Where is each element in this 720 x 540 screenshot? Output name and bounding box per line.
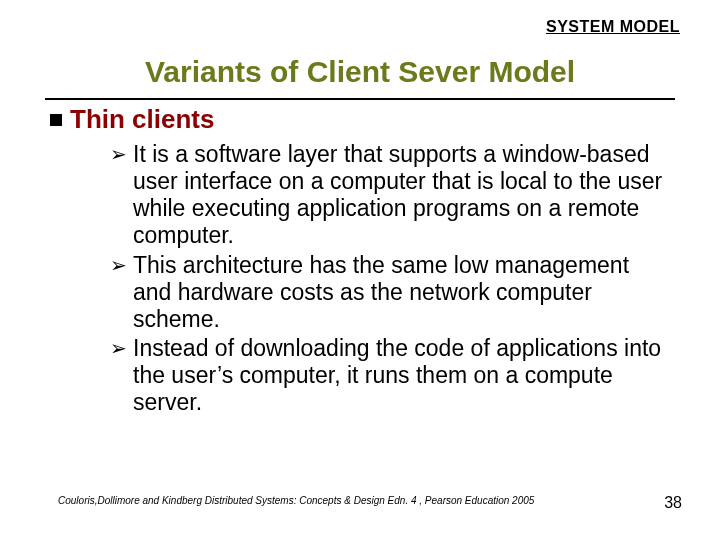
list-item: ➢ Instead of downloading the code of app…: [110, 335, 670, 416]
bullet-list: ➢ It is a software layer that supports a…: [110, 141, 670, 416]
square-bullet-icon: [50, 114, 62, 126]
bullet-text: It is a software layer that supports a w…: [133, 141, 670, 250]
page-number: 38: [664, 494, 682, 512]
title-rule: [45, 98, 675, 100]
arrow-icon: ➢: [110, 335, 127, 361]
bullet-text: Instead of downloading the code of appli…: [133, 335, 670, 416]
section-heading-text: Thin clients: [70, 104, 214, 135]
footer-citation: Couloris,Dollimore and Kindberg Distribu…: [58, 495, 534, 506]
list-item: ➢ It is a software layer that supports a…: [110, 141, 670, 250]
list-item: ➢ This architecture has the same low man…: [110, 252, 670, 333]
section: Thin clients ➢ It is a software layer th…: [50, 104, 680, 418]
section-heading: Thin clients: [50, 104, 680, 135]
arrow-icon: ➢: [110, 252, 127, 278]
arrow-icon: ➢: [110, 141, 127, 167]
slide-title: Variants of Client Sever Model: [0, 55, 720, 89]
slide: SYSTEM MODEL Variants of Client Sever Mo…: [0, 0, 720, 540]
header-label: SYSTEM MODEL: [546, 18, 680, 36]
bullet-text: This architecture has the same low manag…: [133, 252, 670, 333]
